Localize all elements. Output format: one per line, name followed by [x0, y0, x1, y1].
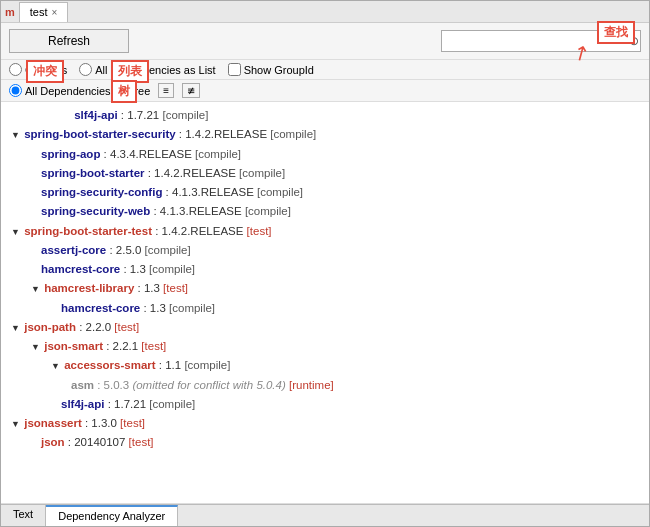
options-row-1: Conflicts All Dependencies as List Show …: [1, 60, 649, 80]
list-item: hamcrest-core : 1.3 [compile]: [1, 299, 649, 318]
all-deps-list-radio-label[interactable]: All Dependencies as List: [79, 63, 215, 76]
all-deps-tree-radio[interactable]: [9, 84, 22, 97]
options-row-2: All Dependencies as Tree ≡ ≢ 树: [1, 80, 649, 102]
expand-icon[interactable]: [11, 226, 21, 240]
list-item: accessors-smart : 1.1 [compile]: [1, 356, 649, 375]
list-item: spring-aop : 4.3.4.RELEASE [compile]: [1, 145, 649, 164]
expand-icon[interactable]: [51, 360, 61, 374]
main-window: m test × Refresh ⊙ 查找 ↗ Conflicts All De…: [0, 0, 650, 527]
list-item: hamcrest-core : 1.3 [compile]: [1, 260, 649, 279]
list-item: slf4j-api : 1.7.21 [compile]: [1, 106, 649, 125]
expand-icon[interactable]: [31, 283, 41, 297]
conflicts-radio-label[interactable]: Conflicts: [9, 63, 67, 76]
list-item: spring-boot-starter-security : 1.4.2.REL…: [1, 125, 649, 144]
toolbar: Refresh ⊙ 查找 ↗: [1, 23, 649, 60]
dependency-analyzer-tab[interactable]: Dependency Analyzer: [46, 505, 178, 526]
bottom-tab-bar: Text Dependency Analyzer: [1, 504, 649, 526]
list-item: spring-security-web : 4.1.3.RELEASE [com…: [1, 202, 649, 221]
search-submit-button[interactable]: ⊙: [629, 34, 639, 48]
conflicts-label: Conflicts: [25, 64, 67, 76]
list-item: json-smart : 2.2.1 [test]: [1, 337, 649, 356]
test-tab[interactable]: test ×: [19, 2, 69, 22]
maven-icon: m: [5, 6, 15, 18]
all-deps-tree-radio-label[interactable]: All Dependencies as Tree: [9, 84, 150, 97]
sort-alpha-button[interactable]: ≡: [158, 83, 174, 98]
tab-bar: m test ×: [1, 1, 649, 23]
tab-label: test: [30, 6, 48, 18]
list-item: jsonassert : 1.3.0 [test]: [1, 414, 649, 433]
list-item: assertj-core : 2.5.0 [compile]: [1, 241, 649, 260]
list-item: slf4j-api : 1.7.21 [compile]: [1, 395, 649, 414]
search-area: ⊙: [137, 30, 641, 52]
text-tab[interactable]: Text: [1, 505, 46, 526]
search-input[interactable]: [441, 30, 641, 52]
list-item: hamcrest-library : 1.3 [test]: [1, 279, 649, 298]
conflicts-radio[interactable]: [9, 63, 22, 76]
list-item: spring-boot-starter-test : 1.4.2.RELEASE…: [1, 222, 649, 241]
list-item: json : 20140107 [test]: [1, 433, 649, 452]
all-deps-list-label: All Dependencies as List: [95, 64, 215, 76]
show-group-id-checkbox-label[interactable]: Show GroupId: [228, 63, 314, 76]
dependency-tree[interactable]: slf4j-api : 1.7.21 [compile] spring-boot…: [1, 102, 649, 504]
refresh-button[interactable]: Refresh: [9, 29, 129, 53]
show-group-id-checkbox[interactable]: [228, 63, 241, 76]
expand-icon[interactable]: [11, 418, 21, 432]
expand-icon[interactable]: [31, 341, 41, 355]
expand-icon[interactable]: [11, 322, 21, 336]
list-item: spring-security-config : 4.1.3.RELEASE […: [1, 183, 649, 202]
sort-filter-button[interactable]: ≢: [182, 83, 200, 98]
all-deps-list-radio[interactable]: [79, 63, 92, 76]
search-input-wrapper: ⊙: [441, 30, 641, 52]
list-item: json-path : 2.2.0 [test]: [1, 318, 649, 337]
expand-icon[interactable]: [11, 129, 21, 143]
all-deps-tree-label: All Dependencies as Tree: [25, 85, 150, 97]
list-item: asm : 5.0.3 (omitted for conflict with 5…: [1, 376, 649, 395]
show-group-id-label: Show GroupId: [244, 64, 314, 76]
list-item: spring-boot-starter : 1.4.2.RELEASE [com…: [1, 164, 649, 183]
tab-close-button[interactable]: ×: [52, 7, 58, 18]
